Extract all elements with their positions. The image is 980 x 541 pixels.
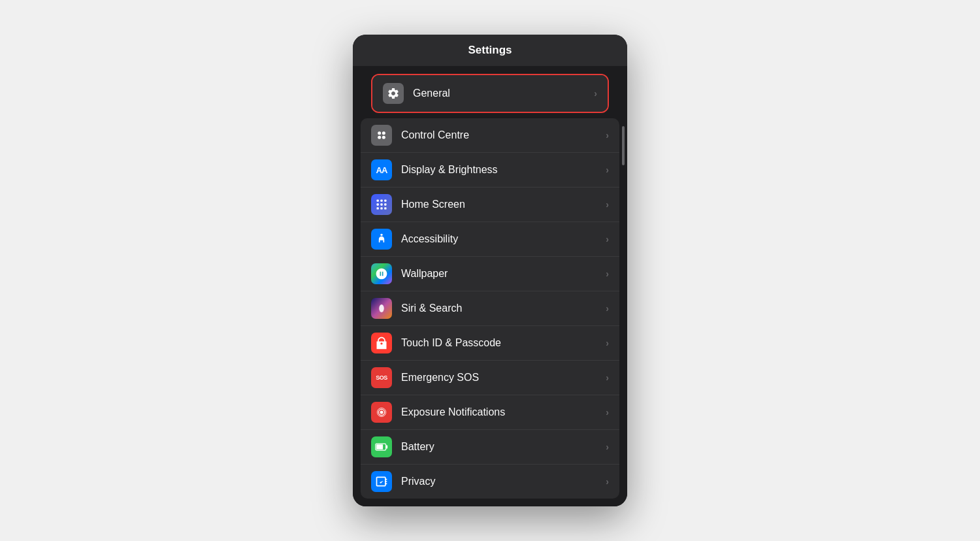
svg-point-0 xyxy=(378,131,381,135)
svg-rect-10 xyxy=(377,207,379,209)
accessibility-chevron: › xyxy=(606,234,609,244)
title-text: Settings xyxy=(468,44,512,56)
svg-rect-11 xyxy=(380,207,382,209)
svg-point-13 xyxy=(380,234,382,236)
row-display-brightness[interactable]: AA Display & Brightness › xyxy=(361,153,619,188)
general-icon xyxy=(383,83,404,104)
svg-rect-20 xyxy=(376,444,383,450)
home-screen-icon xyxy=(371,194,392,215)
settings-list: Control Centre › AA Display & Brightness… xyxy=(353,113,627,506)
control-centre-label: Control Centre xyxy=(401,129,606,141)
svg-point-15 xyxy=(380,411,384,414)
emergency-sos-icon: SOS xyxy=(371,367,392,388)
settings-device: Settings General › xyxy=(353,35,627,506)
svg-rect-12 xyxy=(384,207,386,209)
emergency-sos-chevron: › xyxy=(606,372,609,383)
wallpaper-icon xyxy=(371,263,392,284)
battery-icon xyxy=(371,436,392,457)
svg-point-3 xyxy=(382,136,385,139)
exposure-chevron: › xyxy=(606,407,609,418)
general-label: General xyxy=(413,88,594,99)
general-row[interactable]: General › xyxy=(372,75,608,112)
svg-rect-6 xyxy=(384,200,386,202)
siri-chevron: › xyxy=(606,303,609,314)
exposure-label: Exposure Notifications xyxy=(401,406,606,418)
svg-rect-9 xyxy=(384,203,386,205)
touchid-chevron: › xyxy=(606,338,609,348)
accessibility-icon xyxy=(371,229,392,250)
svg-rect-8 xyxy=(380,203,382,205)
battery-chevron: › xyxy=(606,442,609,452)
svg-rect-4 xyxy=(377,200,379,202)
title-bar: Settings xyxy=(353,35,627,66)
row-home-screen[interactable]: Home Screen › xyxy=(361,188,619,222)
wallpaper-label: Wallpaper xyxy=(401,268,606,280)
emergency-sos-label: Emergency SOS xyxy=(401,372,606,384)
home-screen-label: Home Screen xyxy=(401,199,606,210)
display-brightness-icon: AA xyxy=(371,159,392,180)
wallpaper-chevron: › xyxy=(606,269,609,279)
display-brightness-chevron: › xyxy=(606,165,609,175)
row-accessibility[interactable]: Accessibility › xyxy=(361,222,619,257)
exposure-icon xyxy=(371,402,392,423)
svg-point-14 xyxy=(379,304,384,312)
siri-label: Siri & Search xyxy=(401,303,606,314)
touchid-label: Touch ID & Passcode xyxy=(401,337,606,349)
control-centre-icon xyxy=(371,125,392,146)
siri-icon xyxy=(371,298,392,319)
row-emergency-sos[interactable]: SOS Emergency SOS › xyxy=(361,361,619,395)
display-brightness-label: Display & Brightness xyxy=(401,164,606,176)
control-centre-chevron: › xyxy=(606,130,609,140)
svg-point-2 xyxy=(378,136,381,139)
svg-rect-5 xyxy=(380,200,382,202)
general-chevron: › xyxy=(594,88,597,99)
privacy-label: Privacy xyxy=(401,476,606,487)
svg-point-1 xyxy=(382,131,385,135)
row-siri-search[interactable]: Siri & Search › xyxy=(361,291,619,326)
svg-rect-7 xyxy=(377,203,379,205)
row-touchid[interactable]: Touch ID & Passcode › xyxy=(361,326,619,361)
row-wallpaper[interactable]: Wallpaper › xyxy=(361,257,619,291)
privacy-chevron: › xyxy=(606,476,609,487)
scrollbar-thumb[interactable] xyxy=(622,126,625,165)
row-exposure[interactable]: Exposure Notifications › xyxy=(361,395,619,430)
svg-rect-19 xyxy=(386,446,388,449)
row-control-centre[interactable]: Control Centre › xyxy=(361,118,619,153)
battery-label: Battery xyxy=(401,441,606,453)
home-screen-chevron: › xyxy=(606,199,609,210)
touchid-icon xyxy=(371,333,392,353)
row-battery[interactable]: Battery › xyxy=(361,430,619,465)
general-highlighted-row[interactable]: General › xyxy=(371,74,609,113)
privacy-icon xyxy=(371,471,392,492)
accessibility-label: Accessibility xyxy=(401,233,606,245)
row-privacy[interactable]: Privacy › xyxy=(361,465,619,499)
